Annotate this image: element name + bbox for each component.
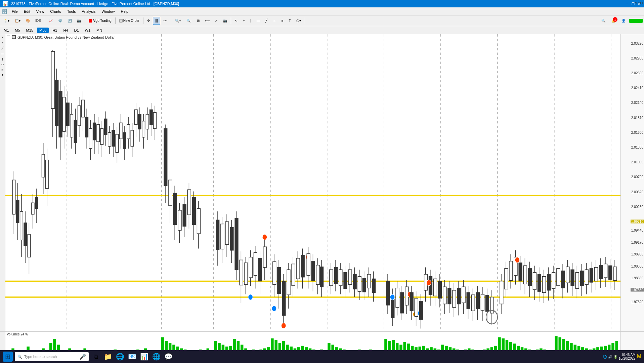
svg-rect-57 <box>97 125 99 142</box>
svg-rect-241 <box>533 273 536 290</box>
tf-m5[interactable]: M5 <box>12 28 22 33</box>
svg-rect-113 <box>235 218 238 270</box>
search-btn[interactable]: 🔍 <box>599 17 608 25</box>
hline-btn[interactable]: — <box>254 17 262 25</box>
svg-rect-211 <box>462 287 465 303</box>
algo-trading-btn[interactable]: Algo Trading <box>86 17 114 25</box>
chart-type-dropdown[interactable]: 🕯️▾ <box>1 17 12 25</box>
start-button[interactable]: ⊞ <box>3 352 13 362</box>
app3-btn[interactable]: 💬 <box>163 352 173 362</box>
auto-scroll-btn[interactable]: ⤢ <box>213 17 220 25</box>
menu-file[interactable]: File <box>9 9 20 14</box>
profile-btn[interactable]: IDE <box>33 17 43 25</box>
svg-rect-71 <box>123 132 126 149</box>
task-view-btn[interactable]: ⧉ <box>91 352 101 362</box>
tf-m1[interactable]: M1 <box>1 28 11 33</box>
draw-hline[interactable]: — <box>0 51 5 56</box>
svg-rect-126 <box>263 247 267 267</box>
price-2.02140: 2.02140 <box>631 101 643 105</box>
menu-icon: 🔢 <box>1 9 7 14</box>
tf-h1[interactable]: H1 <box>50 28 59 33</box>
svg-rect-115 <box>240 260 243 285</box>
svg-rect-37 <box>59 91 62 137</box>
search-bar[interactable]: 🔍 🎤 <box>15 352 89 361</box>
color-scheme[interactable]: 🎨 <box>24 17 32 25</box>
svg-rect-33 <box>51 51 55 109</box>
sep1 <box>45 17 45 24</box>
vline-btn[interactable]: | <box>248 17 254 25</box>
draw-cursor[interactable]: ↖ <box>0 35 5 40</box>
menu-help[interactable]: Help <box>118 9 131 14</box>
tf-m15[interactable]: M15 <box>24 28 36 33</box>
svg-rect-203 <box>443 287 446 304</box>
svg-point-135 <box>281 323 286 329</box>
svg-rect-273 <box>609 266 612 280</box>
app-icon: 📊 <box>3 1 8 6</box>
refresh-btn[interactable]: 🔄 <box>65 17 74 25</box>
app2-btn[interactable]: 🌐 <box>151 352 161 362</box>
app1-btn[interactable]: 📊 <box>139 352 149 362</box>
template-dropdown[interactable]: 📋▾ <box>12 17 23 25</box>
ray-btn[interactable]: → <box>270 17 278 25</box>
svg-rect-59 <box>100 129 103 145</box>
trendline-btn[interactable]: ╱ <box>263 17 270 25</box>
draw-line[interactable]: ╱ <box>0 46 5 50</box>
menu-tools[interactable]: Tools <box>65 9 79 14</box>
tf-m30[interactable]: M30 <box>37 28 49 33</box>
tf-mn[interactable]: MN <box>94 28 104 33</box>
file-explorer-btn[interactable]: 📁 <box>103 352 113 362</box>
menu-edit[interactable]: Edit <box>21 9 33 14</box>
new-order-btn[interactable]: New Order <box>117 17 142 25</box>
grid-btn[interactable]: ⊞ <box>195 17 202 25</box>
draw-rect[interactable]: ▭ <box>0 62 5 67</box>
browser-btn[interactable]: 🌐 <box>115 352 125 362</box>
menu-analysis[interactable]: Analysis <box>79 9 98 14</box>
crosshair2-btn[interactable]: + <box>241 17 247 25</box>
scroll-btn[interactable]: ⟺ <box>203 17 212 25</box>
menu-charts[interactable]: Charts <box>47 9 63 14</box>
text-btn[interactable]: T <box>286 17 293 25</box>
svg-rect-51 <box>85 117 88 137</box>
price-2.02410: 2.02410 <box>631 86 643 90</box>
restore-button[interactable]: ❐ <box>631 1 635 6</box>
tf-h4[interactable]: H4 <box>61 28 70 33</box>
line-chart-btn[interactable]: 〰️ <box>161 17 170 25</box>
price-1.99440: 1.99440 <box>631 229 643 232</box>
svg-rect-230 <box>509 261 513 281</box>
main-chart[interactable]: ☰🔲 GBPNZD, M30: Great Britain Pound vs N… <box>5 34 620 331</box>
tf-w1[interactable]: W1 <box>83 28 93 33</box>
draw-fib[interactable]: ≋ <box>0 67 5 72</box>
camera-btn[interactable]: 📷 <box>221 17 229 25</box>
price-1.98630: 1.98630 <box>631 264 643 268</box>
zoom-out-btn[interactable]: 🔍- <box>184 17 194 25</box>
svg-rect-63 <box>108 132 111 146</box>
draw-text[interactable]: T <box>0 73 5 77</box>
account-btn[interactable]: 👤 <box>619 17 628 25</box>
svg-rect-207 <box>453 290 456 308</box>
crosshair-btn[interactable]: ✛ <box>145 17 152 25</box>
indicators-btn[interactable]: 📈 <box>46 17 55 25</box>
menu-window[interactable]: Window <box>99 9 117 14</box>
svg-rect-89 <box>164 129 167 186</box>
zoom-in-btn[interactable]: 🔍+ <box>173 17 183 25</box>
bar-chart-btn[interactable]: ||| <box>153 17 160 25</box>
settings-btn[interactable]: ⚙️ <box>56 17 65 25</box>
svg-rect-172 <box>372 279 376 293</box>
price-1.97820: 1.97820 <box>631 300 643 304</box>
svg-rect-168 <box>362 278 366 292</box>
svg-rect-247 <box>547 274 551 290</box>
draw-cross[interactable]: + <box>0 40 5 45</box>
objects-btn[interactable]: ⬡▾ <box>294 17 303 25</box>
search-input[interactable] <box>24 355 77 359</box>
mail-btn[interactable]: 📧 <box>127 352 137 362</box>
minimize-button[interactable]: ─ <box>625 1 629 6</box>
svg-rect-95 <box>178 210 181 231</box>
search-icon: 🔍 <box>17 355 22 359</box>
menu-view[interactable]: View <box>34 9 47 14</box>
cursor-btn[interactable]: ↖ <box>232 17 240 25</box>
screenshot-btn[interactable]: 📷 <box>75 17 83 25</box>
tf-d1[interactable]: D1 <box>72 28 81 33</box>
lines-btn[interactable]: ≡ <box>279 17 286 25</box>
draw-vline[interactable]: | <box>0 56 5 61</box>
notifications-btn[interactable]: 🔔1 <box>609 17 618 25</box>
